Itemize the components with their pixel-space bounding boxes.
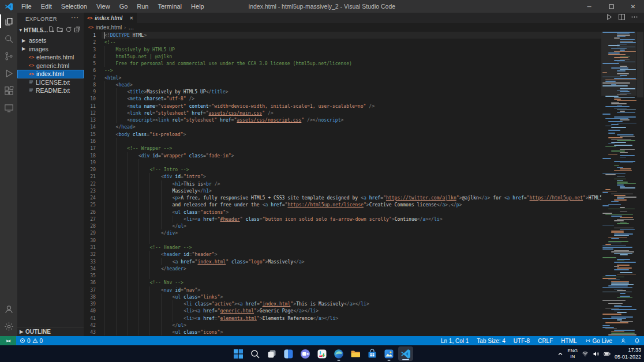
extensions-icon[interactable]: [0, 82, 17, 99]
file-generic-html[interactable]: <>generic.html: [17, 62, 84, 70]
language-mode[interactable]: HTML: [557, 336, 581, 345]
code-line: <div id="intro">: [102, 173, 601, 180]
breadcrumb-symbol[interactable]: …: [128, 24, 134, 31]
taskbar-start-icon[interactable]: [231, 346, 246, 361]
collapse-all-icon[interactable]: [74, 26, 81, 34]
maximize-button[interactable]: [600, 0, 622, 13]
scrollbar[interactable]: [637, 32, 643, 97]
volume-icon[interactable]: [593, 350, 600, 357]
editor-group: <> index.html × <> index.html › … 123456…: [84, 13, 644, 336]
menu-file[interactable]: File: [17, 0, 36, 13]
remote-explorer-icon[interactable]: [0, 99, 17, 116]
encoding[interactable]: UTF-8: [510, 336, 534, 345]
tab-size[interactable]: Tab Size: 4: [473, 336, 509, 345]
code-line: Massively</h1>: [102, 187, 601, 194]
file-index-html[interactable]: <>index.html: [17, 70, 84, 78]
line-number: 31: [84, 244, 102, 251]
tray-date: 05-01-2022: [615, 354, 641, 360]
new-file-icon[interactable]: [48, 26, 55, 34]
search-icon[interactable]: [0, 30, 17, 47]
folder-images[interactable]: ▶images: [17, 45, 84, 54]
line-number: 1: [84, 32, 102, 39]
code-line: <meta name="viewport" content="width=dev…: [102, 103, 601, 110]
file-label: LICENSE.txt: [36, 79, 70, 86]
taskbar-file-explorer-icon[interactable]: [348, 346, 363, 361]
problems-indicator[interactable]: 0 0: [16, 336, 46, 345]
settings-icon[interactable]: [0, 318, 17, 335]
breadcrumb[interactable]: <> index.html › …: [84, 23, 644, 32]
menu-selection[interactable]: Selection: [57, 0, 92, 13]
taskbar-store-icon[interactable]: [365, 346, 380, 361]
code-line: </header>: [102, 265, 601, 272]
minimap-slider[interactable]: [601, 32, 636, 96]
taskbar-vscode-icon[interactable]: [398, 346, 413, 361]
menu-terminal[interactable]: Terminal: [153, 0, 187, 13]
go-live[interactable]: Go Live: [581, 336, 616, 345]
file-README-txt[interactable]: README.txt: [17, 86, 84, 95]
cursor-position[interactable]: Ln 1, Col 1: [437, 336, 473, 345]
code-line: [102, 237, 601, 244]
explorer-icon[interactable]: [0, 13, 17, 30]
new-folder-icon[interactable]: [57, 26, 63, 34]
remote-indicator[interactable]: ><: [0, 336, 16, 345]
taskbar-widgets-icon[interactable]: [281, 346, 296, 361]
menu-run[interactable]: Run: [132, 0, 153, 13]
taskbar-task-view-icon[interactable]: [264, 346, 279, 361]
code-line: <p>A free, fully responsive HTML5 + CSS3…: [102, 194, 601, 201]
line-number: 2: [84, 39, 102, 46]
split-editor-icon[interactable]: [618, 13, 626, 23]
minimize-button[interactable]: ─: [578, 0, 600, 13]
run-icon[interactable]: [605, 13, 613, 23]
language-indicator[interactable]: ENG IN: [568, 348, 578, 359]
taskbar-edge-icon[interactable]: [331, 346, 346, 361]
clock[interactable]: 17:33 05-01-2022: [615, 347, 641, 360]
line-number: 21: [84, 173, 102, 180]
battery-icon[interactable]: [604, 350, 611, 357]
code-line: <header id="header">: [102, 251, 601, 258]
line-number: 15: [84, 131, 102, 138]
run-debug-icon[interactable]: [0, 65, 17, 82]
taskbar-photos-icon[interactable]: [381, 346, 396, 361]
eol[interactable]: CRLF: [534, 336, 557, 345]
line-number: 33: [84, 258, 102, 265]
code-editor[interactable]: 1234567891011121314151617181920212223242…: [84, 32, 644, 336]
wifi-icon[interactable]: [582, 350, 589, 357]
html-file-icon: <>: [28, 63, 35, 68]
line-number: 22: [84, 180, 102, 187]
line-number: 34: [84, 265, 102, 272]
system-tray: ENG IN 17:33 05-01-2022: [557, 345, 641, 362]
more-actions-icon[interactable]: [631, 13, 638, 23]
refresh-icon[interactable]: [65, 26, 72, 34]
line-number: 16: [84, 138, 102, 145]
taskbar-search-icon[interactable]: [248, 346, 263, 361]
code-line: <ul class="icons">: [102, 329, 601, 335]
vscode-logo-icon: [5, 2, 13, 11]
taskbar-teams-chat-icon[interactable]: [298, 346, 313, 361]
feedback-icon[interactable]: [616, 336, 630, 345]
file-elements-html[interactable]: <>elements.html: [17, 53, 84, 62]
folder-assets[interactable]: ▶assets: [17, 36, 84, 45]
taskbar-slack-icon[interactable]: [314, 346, 330, 361]
file-LICENSE-txt[interactable]: LICENSE.txt: [17, 78, 84, 87]
account-icon[interactable]: [0, 300, 17, 318]
outline-section-header[interactable]: ▶ OUTLINE: [17, 327, 84, 336]
bell-icon[interactable]: [630, 336, 644, 345]
folder-section-header[interactable]: ▼ HTML5...: [17, 25, 84, 35]
explorer-more-actions[interactable]: ···: [71, 14, 79, 21]
code-line: <ul class="links">: [102, 293, 601, 300]
menu-go[interactable]: Go: [115, 0, 133, 13]
code-line: <!-- Intro -->: [102, 166, 601, 173]
tray-expand-icon[interactable]: [557, 350, 564, 357]
source-control-icon[interactable]: [0, 47, 17, 65]
menu-view[interactable]: View: [92, 0, 115, 13]
menu-help[interactable]: Help: [186, 0, 209, 13]
file-label: README.txt: [36, 87, 70, 94]
tab-close-icon[interactable]: ×: [130, 15, 133, 21]
line-number: 36: [84, 279, 102, 286]
line-number: 23: [84, 187, 102, 194]
menu-edit[interactable]: Edit: [36, 0, 57, 13]
close-button[interactable]: ✕: [622, 0, 644, 13]
line-number: 10: [84, 95, 102, 102]
breadcrumb-file[interactable]: index.html: [96, 24, 122, 31]
tab-index-html[interactable]: <> index.html ×: [84, 13, 137, 23]
